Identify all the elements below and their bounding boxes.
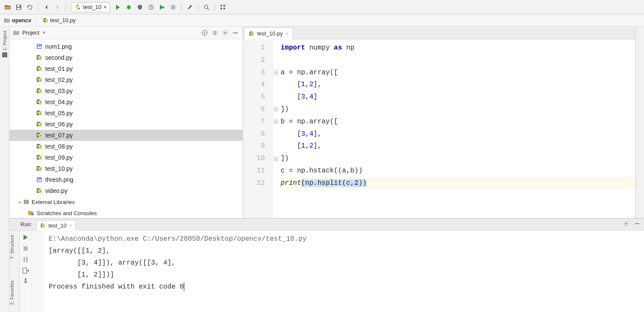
svg-rect-12: [2, 52, 7, 57]
svg-rect-1: [17, 8, 20, 9]
main-toolbar: test_10 ▾: [0, 0, 644, 15]
folder-icon: [3, 17, 10, 23]
console-output[interactable]: E:\Anaconda\python.exe C:/Users/28050/De…: [44, 230, 644, 312]
gear-icon[interactable]: [623, 220, 629, 228]
run-actions-col1: [20, 230, 32, 312]
editor-tabs: test_10.py ×: [243, 26, 635, 39]
pin-icon[interactable]: [21, 277, 30, 286]
hide-icon[interactable]: [634, 220, 641, 228]
external-libraries[interactable]: ▸External Libraries: [9, 196, 243, 207]
svg-rect-22: [26, 200, 27, 204]
save-icon[interactable]: [14, 2, 24, 12]
tree-item[interactable]: test_08.py: [9, 141, 243, 152]
scratches[interactable]: Scratches and Consoles: [9, 207, 243, 218]
tree-item[interactable]: second.py: [9, 52, 243, 63]
run-label: Run:: [20, 221, 32, 227]
svg-rect-19: [37, 177, 42, 182]
tree-item[interactable]: num1.png: [9, 41, 243, 52]
folder-icon: [13, 30, 20, 36]
forward-icon[interactable]: [52, 2, 63, 12]
run-panel: Run: test_10 × 7: Structure: [9, 218, 644, 312]
svg-rect-7: [220, 5, 222, 6]
close-icon[interactable]: ×: [69, 223, 72, 228]
coverage-icon[interactable]: [135, 2, 145, 12]
svg-rect-10: [223, 8, 225, 9]
hide-icon[interactable]: [232, 29, 239, 37]
open-icon[interactable]: [3, 2, 13, 12]
debug-icon[interactable]: [124, 2, 134, 12]
project-panel-title: Project: [22, 29, 39, 36]
search-icon[interactable]: [201, 2, 212, 12]
svg-point-2: [127, 6, 131, 9]
expand-icon[interactable]: [211, 29, 219, 37]
tree-item[interactable]: test_06.py: [9, 119, 243, 130]
run-tab[interactable]: test_10 ×: [36, 220, 75, 230]
breadcrumb-root[interactable]: opencv: [12, 17, 32, 23]
profile-icon[interactable]: [146, 2, 156, 12]
svg-rect-30: [635, 223, 639, 224]
svg-point-20: [38, 178, 39, 180]
tree-item[interactable]: test_07.py: [9, 130, 243, 141]
pause-icon[interactable]: [21, 255, 30, 264]
editor-tab[interactable]: test_10.py ×: [244, 27, 293, 39]
python-file-icon: [43, 17, 49, 23]
svg-point-18: [38, 45, 39, 47]
line-gutter: 123456789101112: [243, 39, 273, 218]
svg-rect-33: [26, 257, 28, 262]
breadcrumb-file[interactable]: test_10.py: [50, 17, 76, 23]
tree-item[interactable]: test_01.py: [9, 63, 243, 74]
run-config-label: test_10: [83, 4, 102, 10]
svg-point-15: [224, 32, 226, 34]
tree-item[interactable]: test_09.py: [9, 152, 243, 163]
locate-icon[interactable]: [201, 29, 209, 37]
fold-gutter: [273, 39, 279, 218]
sidebar-tab-structure[interactable]: 7: Structure: [9, 235, 15, 259]
tree-item[interactable]: test_05.py: [9, 108, 243, 119]
tree-item[interactable]: video.py: [9, 185, 243, 196]
code-area[interactable]: import numpy as npa = np.array([ [1,2], …: [279, 39, 635, 218]
structure-icon[interactable]: [218, 2, 228, 12]
tree-item[interactable]: thresh.png: [9, 174, 243, 185]
chevron-down-icon[interactable]: ▼: [42, 30, 46, 35]
svg-rect-9: [220, 8, 222, 9]
svg-rect-21: [24, 200, 25, 204]
sidebar-tab-project[interactable]: 1: Project: [2, 31, 7, 57]
svg-rect-4: [163, 6, 164, 9]
svg-point-6: [204, 5, 208, 9]
svg-rect-23: [27, 200, 29, 204]
project-tree[interactable]: num1.pngsecond.pytest_01.pytest_02.pytes…: [9, 39, 243, 218]
svg-rect-17: [37, 44, 42, 49]
editor-area: test_10.py × 123456789101112 import nump…: [243, 26, 635, 218]
settings-icon[interactable]: [185, 2, 195, 12]
tree-item[interactable]: test_10.py: [9, 163, 243, 174]
run-left-gutter: 7: Structure 2: Favorites: [9, 230, 20, 312]
stop-icon[interactable]: [21, 244, 30, 253]
back-icon[interactable]: [41, 2, 52, 12]
svg-point-14: [204, 32, 205, 33]
svg-point-24: [31, 213, 34, 216]
tree-item[interactable]: test_03.py: [9, 85, 243, 96]
svg-rect-8: [223, 5, 225, 6]
stop-icon[interactable]: [168, 2, 178, 12]
refresh-icon[interactable]: [25, 2, 35, 12]
gear-icon[interactable]: [221, 29, 229, 37]
python-file-icon: [249, 31, 255, 37]
tree-item[interactable]: test_02.py: [9, 74, 243, 85]
attach-icon[interactable]: [157, 2, 167, 12]
run-config-selector[interactable]: test_10 ▾: [71, 2, 110, 12]
exit-icon[interactable]: [21, 266, 30, 275]
left-tool-gutter: 1: Project: [0, 26, 9, 312]
editor-body[interactable]: 123456789101112 import numpy as npa = np…: [243, 39, 635, 218]
run-icon[interactable]: [113, 2, 123, 12]
chevron-down-icon: ▾: [104, 5, 106, 9]
close-icon[interactable]: ×: [285, 31, 288, 37]
run-panel-header: Run: test_10 ×: [9, 219, 644, 230]
svg-rect-5: [171, 5, 175, 9]
rerun-icon[interactable]: [21, 233, 30, 242]
sidebar-tab-favorites[interactable]: 2: Favorites: [9, 280, 15, 305]
run-actions-col2: [32, 230, 44, 312]
svg-rect-0: [17, 5, 20, 7]
tree-item[interactable]: test_04.py: [9, 96, 243, 108]
project-panel-header: Project ▼: [9, 26, 243, 39]
python-file-icon: [40, 223, 46, 228]
